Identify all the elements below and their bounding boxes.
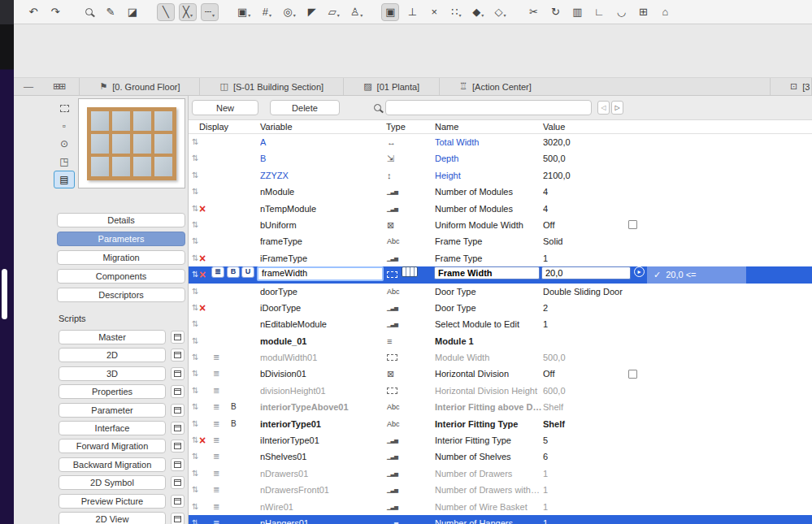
zoom-icon[interactable] <box>80 3 98 21</box>
delete-button[interactable]: Delete <box>270 100 340 115</box>
display-toggle-icon[interactable]: ⇅ <box>192 316 198 332</box>
dimension-icon[interactable]: ⊥ <box>403 3 421 21</box>
grid-snap-icon[interactable]: #▾ <box>258 3 276 21</box>
panel-collapse-handle[interactable]: — <box>24 81 33 93</box>
pattern-icon[interactable]: ∷▾ <box>447 3 465 21</box>
detach-icon[interactable]: × <box>425 3 443 21</box>
table-row[interactable]: ⇅module_01≡Module 1 <box>189 333 812 349</box>
script-button[interactable]: Forward Migration <box>59 439 166 453</box>
marquee-icon[interactable] <box>54 99 75 117</box>
table-row[interactable]: ⇅nEditableModule▁▃▅Select Module to Edit… <box>189 316 812 332</box>
redo-icon[interactable]: ↷ <box>46 3 64 21</box>
display-toggle-icon[interactable]: ⇅ <box>192 399 198 415</box>
open-script-window-button[interactable] <box>171 349 185 362</box>
axonometry-icon[interactable]: ◳ <box>54 153 75 171</box>
script-button[interactable]: 3D <box>59 366 166 381</box>
open-script-window-button[interactable] <box>171 385 185 398</box>
tab-item[interactable]: ▨[01 Planta] <box>343 78 439 95</box>
display-toggle-icon[interactable]: ⇅ <box>192 333 198 349</box>
value-checkbox[interactable] <box>628 370 637 379</box>
new-button[interactable]: New <box>192 100 258 115</box>
display-toggle-icon[interactable]: ⇅ <box>192 383 198 399</box>
frame-icon[interactable]: ⊞ <box>634 3 652 21</box>
polygon-icon[interactable]: ◇▾ <box>491 3 509 21</box>
table-row[interactable]: ⇅≣nHangers01▁▃▅Number of Hangers1 <box>189 515 812 524</box>
sidebar-item-details[interactable]: Details <box>57 213 185 227</box>
table-row[interactable]: ⇅≣BinteriorTypeAbove01AbcInterior Fittin… <box>189 399 812 415</box>
rotate-icon[interactable]: ↻ <box>546 3 564 21</box>
display-toggle-icon[interactable]: ⇅ <box>192 499 198 515</box>
sidebar-item-descriptors[interactable]: Descriptors <box>57 288 185 302</box>
tab-item[interactable]: ♖[Action Center] <box>439 78 551 95</box>
table-row[interactable]: ⇅≣divisionHeight01Horizontal Division He… <box>189 383 812 399</box>
table-row[interactable]: ⇅ZZYZX↕Height2100,0 <box>189 167 812 184</box>
value-stepper[interactable]: ▸ <box>634 266 645 277</box>
table-row[interactable]: ⇅≣BinteriorType01AbcInterior Fitting Typ… <box>189 416 812 432</box>
open-script-window-button[interactable] <box>171 476 185 489</box>
table-row[interactable]: ⇅×≣iInteriorType01▁▃▅Interior Fitting Ty… <box>189 432 812 448</box>
eraser-icon[interactable]: ◪ <box>124 3 141 21</box>
script-button[interactable]: 2D View <box>59 512 166 524</box>
display-toggle-icon[interactable]: ⇅ <box>192 233 198 249</box>
list-view-icon[interactable]: ▤ <box>54 171 75 188</box>
display-toggle-icon[interactable]: ⇅ <box>192 349 198 366</box>
display-toggle-icon[interactable]: ⇅ <box>192 466 198 482</box>
table-row[interactable]: ⇅nModule▁▃▅Number of Modules4 <box>189 184 812 200</box>
table-row[interactable]: ⇅≣nShelves01▁▃▅Number of Shelves6 <box>189 448 812 465</box>
display-toggle-icon[interactable]: ⇅ <box>192 184 198 200</box>
table-row[interactable]: ⇅×≣BUframeWidthFrame Width20,0▸✓20,0 <= <box>189 266 812 283</box>
script-button[interactable]: 2D Symbol <box>59 475 166 490</box>
tab-item[interactable]: ◫[S-01 Building Section] <box>199 78 343 95</box>
display-toggle-icon[interactable]: ⇅ <box>192 266 198 283</box>
script-button[interactable]: 2D <box>59 348 166 362</box>
open-script-window-button[interactable] <box>171 404 185 417</box>
table-row[interactable]: ⇅B⇲Depth500,0 <box>189 150 812 167</box>
display-toggle-icon[interactable]: ⇅ <box>192 217 198 233</box>
table-row[interactable]: ⇅×nTempModule▁▃▅Number of Modules4 <box>189 201 812 217</box>
fragment-icon[interactable]: ▫ <box>54 117 75 135</box>
open-script-window-button[interactable] <box>171 367 185 380</box>
u-flag-button[interactable]: U <box>241 266 254 278</box>
scrollbar-thumb[interactable] <box>2 269 7 319</box>
open-script-window-button[interactable] <box>171 495 185 508</box>
table-row[interactable]: ⇅≣nWire01▁▃▅Number of Wire Basket1 <box>189 499 812 515</box>
fill-icon[interactable]: ◆▾ <box>469 3 487 21</box>
display-toggle-icon[interactable]: ⇅ <box>192 284 198 300</box>
table-row[interactable]: ⇅frameTypeAbcFrame TypeSolid <box>189 233 812 249</box>
table-row[interactable]: ⇅A↔Total Width3020,0 <box>189 134 812 150</box>
script-button[interactable]: Preview Picture <box>59 494 166 509</box>
table-row[interactable]: ⇅×iFrameType▁▃▅Frame Type1 <box>189 250 812 266</box>
table-row[interactable]: ⇅bUniform⊠Uniform Module WidthOff <box>189 217 812 233</box>
display-toggle-icon[interactable]: ⇅ <box>192 448 198 465</box>
open-script-window-button[interactable] <box>171 422 185 435</box>
guide-lines-icon[interactable]: ◎▾ <box>280 3 298 21</box>
home-icon[interactable]: ⌂ <box>656 3 674 21</box>
arc-icon[interactable]: ◡ <box>612 3 630 21</box>
table-row[interactable]: ⇅≣modulWidth01Module Width500,0 <box>189 349 812 366</box>
value-input[interactable]: 20,0 <box>541 266 631 279</box>
value-checkbox[interactable] <box>628 220 637 229</box>
display-toggle-icon[interactable]: ⇅ <box>192 432 198 448</box>
table-row[interactable]: ⇅doorTypeAbcDoor TypeDouble Sliding Door <box>189 284 812 300</box>
display-toggle-icon[interactable]: ⇅ <box>192 250 198 266</box>
tab-item[interactable]: ⊡[3 <box>770 78 812 95</box>
sheet-icon[interactable]: ▱▾ <box>325 3 343 21</box>
array-values-button[interactable] <box>402 266 418 277</box>
display-toggle-icon[interactable]: ⇅ <box>192 167 198 184</box>
tab-overview-icon[interactable]: ⊞⊞ <box>53 81 64 92</box>
display-toggle-icon[interactable]: ⇅ <box>192 150 198 167</box>
script-button[interactable]: Properties <box>59 384 166 399</box>
display-toggle-icon[interactable]: ⇅ <box>192 482 198 498</box>
pin-icon[interactable]: ⊙ <box>54 135 75 153</box>
name-input[interactable]: Frame Width <box>434 266 540 279</box>
script-button[interactable]: Parameter <box>59 403 166 418</box>
script-button[interactable]: Interface <box>59 421 166 435</box>
line-tool-icon[interactable]: ╲ <box>157 3 175 21</box>
open-script-window-button[interactable] <box>171 440 185 453</box>
open-script-window-button[interactable] <box>171 331 185 344</box>
pencil-icon[interactable]: ✎ <box>102 3 119 21</box>
sidebar-item-parameters[interactable]: Parameters <box>57 232 185 246</box>
display-toggle-icon[interactable]: ⇅ <box>192 366 198 382</box>
script-button[interactable]: Backward Migration <box>59 457 166 472</box>
corner-icon[interactable]: ∟ <box>590 3 608 21</box>
